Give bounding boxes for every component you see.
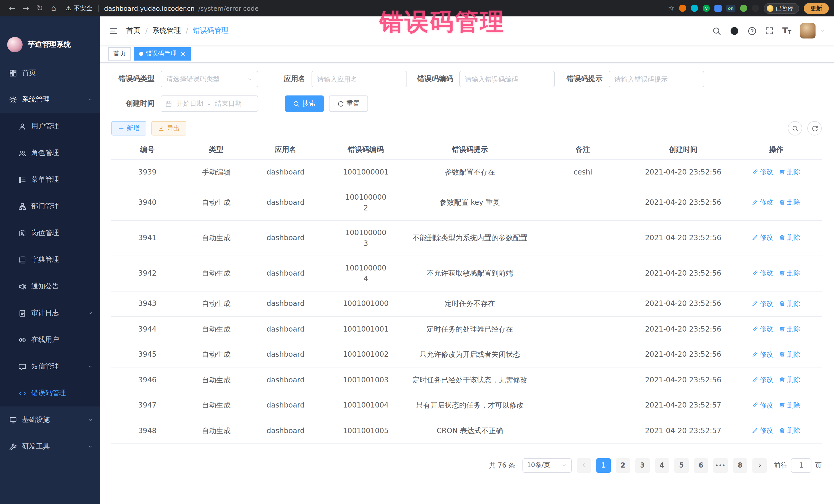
breadcrumb-home[interactable]: 首页 xyxy=(126,26,140,36)
sidebar-item-roles[interactable]: 角色管理 xyxy=(0,139,100,166)
reset-button[interactable]: 重置 xyxy=(329,95,368,112)
edit-link[interactable]: 修改 xyxy=(752,197,773,207)
extension-pin-icon[interactable] xyxy=(752,5,759,12)
address-bar[interactable]: ⚠不安全 dashboard.yudao.iocoder.cn/system/e… xyxy=(66,4,259,13)
sidebar-item-sms[interactable]: 短信管理 xyxy=(0,353,100,380)
sidebar-item-error-code[interactable]: 错误码管理 xyxy=(0,380,100,407)
delete-link[interactable]: 删除 xyxy=(780,268,800,279)
hamburger-icon[interactable] xyxy=(109,27,118,35)
delete-link[interactable]: 删除 xyxy=(780,298,800,309)
chevron-right-icon xyxy=(757,462,762,468)
sidebar-item-users[interactable]: 用户管理 xyxy=(0,113,100,139)
more-pages-button[interactable]: ••• xyxy=(713,458,728,473)
page-button-3[interactable]: 3 xyxy=(635,458,650,473)
edit-link[interactable]: 修改 xyxy=(752,166,773,177)
sidebar-item-departments[interactable]: 部门管理 xyxy=(0,193,100,220)
trash-icon xyxy=(780,326,786,332)
edit-link[interactable]: 修改 xyxy=(752,268,773,279)
error-type-select[interactable]: 请选择错误码类型 xyxy=(161,71,258,87)
cell-msg: 只有开启状态的任务，才可以修改 xyxy=(410,393,530,418)
error-msg-input[interactable] xyxy=(609,71,704,87)
help-icon[interactable] xyxy=(748,26,757,35)
page-button-2[interactable]: 2 xyxy=(616,458,630,473)
cell-ops: 修改删除 xyxy=(730,342,822,367)
page-button-1[interactable]: 1 xyxy=(596,458,611,473)
github-icon[interactable] xyxy=(730,26,739,36)
sidebar-item-dictionary[interactable]: 字典管理 xyxy=(0,246,100,273)
browser-update-button[interactable]: 更新 xyxy=(804,3,829,14)
paused-badge[interactable]: 已暂停 xyxy=(764,3,799,14)
sidebar-item-menus[interactable]: 菜单管理 xyxy=(0,166,100,193)
edit-link[interactable]: 修改 xyxy=(752,399,773,410)
extension-icon-teal[interactable] xyxy=(691,5,698,12)
sidebar-item-notices[interactable]: 通知公告 xyxy=(0,273,100,300)
edit-link[interactable]: 修改 xyxy=(752,323,773,334)
table-row: 3943 自动生成 dashboard 1001001000 定时任务不存在 2… xyxy=(111,291,822,316)
extension-icon-green-v[interactable]: V xyxy=(703,5,710,12)
prev-page-button[interactable] xyxy=(577,458,591,473)
home-icon[interactable]: ⌂ xyxy=(47,1,61,15)
delete-link[interactable]: 删除 xyxy=(780,197,800,207)
cell-time: 2021-04-20 23:52:56 xyxy=(636,342,731,367)
sidebar: 芋道管理系统 首页 系统管理 用户管理 xyxy=(0,17,100,504)
delete-link[interactable]: 删除 xyxy=(780,232,800,243)
edit-link[interactable]: 修改 xyxy=(752,425,773,436)
next-page-button[interactable] xyxy=(752,458,767,473)
delete-link[interactable]: 删除 xyxy=(780,323,800,334)
chevron-left-icon xyxy=(581,462,587,468)
cell-type: 手动编辑 xyxy=(183,159,249,185)
delete-link[interactable]: 删除 xyxy=(780,166,800,177)
edit-link[interactable]: 修改 xyxy=(752,232,773,243)
delete-link[interactable]: 删除 xyxy=(780,349,800,359)
fullscreen-icon[interactable] xyxy=(766,27,774,35)
refresh-table-button[interactable] xyxy=(807,121,822,135)
sidebar-item-dev-tools[interactable]: 研发工具 xyxy=(0,433,100,460)
extension-on-badge[interactable]: on xyxy=(726,5,735,12)
delete-link[interactable]: 删除 xyxy=(780,374,800,385)
font-size-icon[interactable]: TT xyxy=(783,27,792,35)
reload-icon[interactable]: ↻ xyxy=(33,1,47,15)
page-button-5[interactable]: 5 xyxy=(674,458,688,473)
cell-ops: 修改删除 xyxy=(730,393,822,418)
error-code-input[interactable] xyxy=(459,71,555,87)
date-range-picker[interactable]: 开始日期 - 结束日期 xyxy=(161,95,258,112)
edit-link[interactable]: 修改 xyxy=(752,349,773,359)
sidebar-item-audit-log[interactable]: 审计日志 xyxy=(0,300,100,326)
edit-link[interactable]: 修改 xyxy=(752,374,773,385)
tab-home[interactable]: 首页 xyxy=(108,47,131,60)
delete-link[interactable]: 删除 xyxy=(780,425,800,436)
delete-link[interactable]: 删除 xyxy=(780,399,800,410)
tab-close-icon[interactable]: × xyxy=(180,50,186,57)
forward-icon[interactable]: → xyxy=(19,1,33,15)
extension-icon-blue-grid[interactable] xyxy=(715,5,722,12)
sidebar-item-posts[interactable]: 岗位管理 xyxy=(0,220,100,246)
extension-icon-orange[interactable] xyxy=(679,5,686,12)
page-size-select[interactable]: 10条/页 xyxy=(522,458,571,473)
extension-icon-leaf[interactable] xyxy=(740,5,747,12)
chevron-down-icon[interactable] xyxy=(820,28,825,34)
bookmark-star-icon[interactable]: ☆ xyxy=(668,4,674,12)
sidebar-item-home[interactable]: 首页 xyxy=(0,60,100,86)
sidebar-item-system[interactable]: 系统管理 xyxy=(0,86,100,113)
sidebar-item-online-users[interactable]: 在线用户 xyxy=(0,326,100,353)
back-icon[interactable]: ← xyxy=(5,1,19,15)
add-button[interactable]: 新增 xyxy=(111,121,146,135)
page-button-8[interactable]: 8 xyxy=(733,458,747,473)
breadcrumb-system[interactable]: 系统管理 xyxy=(152,26,181,36)
user-avatar[interactable] xyxy=(800,23,815,39)
page-button-6[interactable]: 6 xyxy=(694,458,708,473)
sidebar-logo[interactable]: 芋道管理系统 xyxy=(0,17,100,60)
page-button-4[interactable]: 4 xyxy=(655,458,669,473)
sidebar-item-infrastructure[interactable]: 基础设施 xyxy=(0,407,100,433)
tab-error-code[interactable]: 错误码管理 × xyxy=(134,47,191,60)
goto-page-input[interactable] xyxy=(791,458,811,473)
export-button[interactable]: 导出 xyxy=(151,121,186,135)
toggle-search-button[interactable] xyxy=(788,121,802,135)
sidebar-item-label: 系统管理 xyxy=(22,95,83,104)
cell-id: 3946 xyxy=(111,367,183,393)
edit-link[interactable]: 修改 xyxy=(752,298,773,309)
header-search-icon[interactable] xyxy=(712,26,721,35)
search-button[interactable]: 搜索 xyxy=(285,95,324,112)
cell-time: 2021-04-20 23:52:57 xyxy=(636,418,731,443)
app-name-input[interactable] xyxy=(311,71,407,87)
